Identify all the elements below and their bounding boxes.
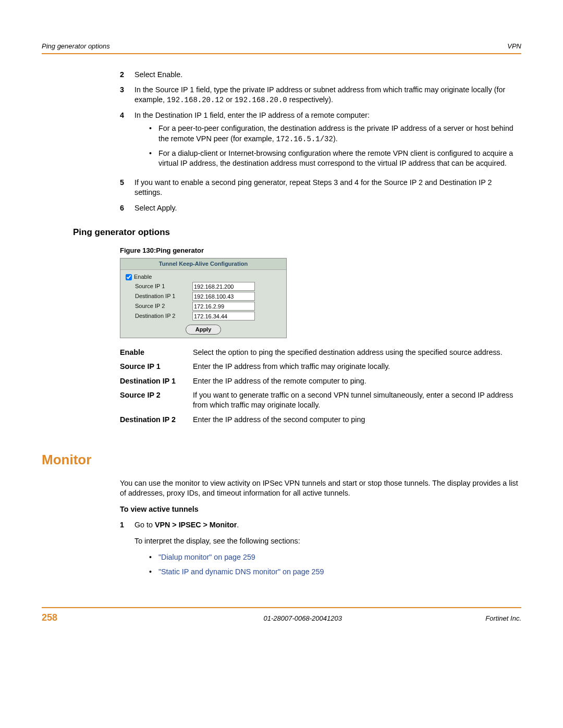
step-5: 5 If you want to enable a second ping ge… — [120, 178, 521, 198]
def-row: Destination IP 2 Enter the IP address of… — [120, 415, 521, 425]
def-term: Enable — [120, 348, 193, 357]
enable-checkbox[interactable] — [126, 274, 132, 280]
step-number: 1 — [120, 520, 134, 530]
step-text: If you want to enable a second ping gene… — [134, 178, 521, 198]
page-number: 258 — [42, 611, 120, 624]
def-desc: Select the option to ping the specified … — [193, 348, 521, 357]
step-text: In the Source IP 1 field, type the priva… — [134, 85, 521, 105]
def-row: Enable Select the option to ping the spe… — [120, 348, 521, 357]
running-head-right: VPN — [507, 42, 521, 51]
step-lead: In the Destination IP 1 field, enter the… — [134, 110, 521, 120]
company-name: Fortinet Inc. — [485, 614, 521, 623]
page-header: Ping generator options VPN — [42, 42, 521, 54]
source-ip-2-row: Source IP 2 — [126, 302, 281, 311]
goto-post: . — [237, 521, 239, 529]
bullet-item: • "Dialup monitor" on page 259 — [149, 552, 521, 562]
dest-ip-1-input[interactable] — [192, 292, 255, 301]
section-heading-monitor: Monitor — [42, 451, 521, 469]
step-text: Go to VPN > IPSEC > Monitor. To interpre… — [134, 520, 521, 581]
bullet-icon: • — [149, 149, 158, 169]
step-text: Select Apply. — [134, 203, 521, 213]
source-ip-1-input[interactable] — [192, 282, 255, 291]
page-footer: 258 01-28007-0068-20041203 Fortinet Inc. — [42, 607, 521, 624]
enable-label: Enable — [134, 273, 152, 281]
step-2: 2 Select Enable. — [120, 70, 521, 80]
document-id: 01-28007-0068-20041203 — [120, 614, 485, 623]
def-desc: Enter the IP address from which traffic … — [193, 362, 521, 372]
bullet-item: • For a peer-to-peer configuration, the … — [149, 124, 521, 144]
step-number: 6 — [120, 203, 134, 213]
def-desc: Enter the IP address of the remote compu… — [193, 376, 521, 386]
step-6: 6 Select Apply. — [120, 203, 521, 213]
dialog-title: Tunnel Keep-Alive Configuration — [120, 258, 286, 270]
interpret-line: To interpret the display, see the follow… — [134, 536, 521, 546]
step-list: 2 Select Enable. 3 In the Source IP 1 fi… — [120, 70, 521, 213]
link-list: • "Dialup monitor" on page 259 • "Static… — [149, 552, 521, 577]
bullet-icon: • — [149, 567, 158, 577]
bullet-icon: • — [149, 552, 158, 562]
step-number: 5 — [120, 178, 134, 188]
source-ip-2-input[interactable] — [192, 302, 255, 311]
running-head-left: Ping generator options — [42, 42, 110, 51]
step-number: 4 — [120, 110, 134, 120]
dialog-body: Enable Source IP 1 Destination IP 1 Sour… — [120, 270, 286, 323]
step-text: Select Enable. — [134, 70, 521, 80]
bullet-item: • For a dialup-client or Internet-browsi… — [149, 149, 521, 169]
def-term: Source IP 2 — [120, 390, 193, 400]
source-ip-1-row: Source IP 1 — [126, 282, 281, 291]
field-label: Destination IP 2 — [135, 312, 192, 320]
def-row: Source IP 1 Enter the IP address from wh… — [120, 362, 521, 372]
code-sample: 192.168.20.0 — [235, 96, 287, 104]
def-row: Destination IP 1 Enter the IP address of… — [120, 376, 521, 386]
bullet-list: • For a peer-to-peer configuration, the … — [149, 124, 521, 168]
dest-ip-2-input[interactable] — [192, 312, 255, 320]
xref-link[interactable]: "Static IP and dynamic DNS monitor" on p… — [158, 567, 324, 577]
section-heading-ping-options: Ping generator options — [73, 227, 521, 239]
tunnel-keepalive-dialog: Tunnel Keep-Alive Configuration Enable S… — [120, 258, 287, 338]
def-term: Destination IP 1 — [120, 376, 193, 386]
option-definitions: Enable Select the option to ping the spe… — [120, 348, 521, 425]
bullet-icon: • — [149, 124, 158, 144]
step-number: 2 — [120, 70, 134, 80]
xref-link[interactable]: "Dialup monitor" on page 259 — [158, 552, 255, 562]
bullet-text: For a peer-to-peer configuration, the de… — [158, 124, 521, 144]
def-desc: If you want to generate traffic on a sec… — [193, 390, 521, 411]
dest-ip-2-row: Destination IP 2 — [126, 312, 281, 320]
def-row: Source IP 2 If you want to generate traf… — [120, 390, 521, 411]
figure-block: Figure 130:Ping generator Tunnel Keep-Al… — [120, 246, 521, 425]
field-label: Source IP 1 — [135, 282, 192, 290]
code-sample: 192.168.20.12 — [167, 96, 224, 104]
step-number: 3 — [120, 85, 134, 95]
def-term: Source IP 1 — [120, 362, 193, 372]
menu-path: VPN > IPSEC > Monitor — [155, 521, 237, 529]
bullet-text: For a dialup-client or Internet-browsing… — [158, 149, 521, 169]
apply-button[interactable]: Apply — [186, 325, 222, 335]
dialog-footer: Apply — [120, 323, 286, 338]
step-4: 4 In the Destination IP 1 field, enter t… — [120, 110, 521, 172]
goto-line: Go to VPN > IPSEC > Monitor. — [134, 520, 521, 530]
field-label: Destination IP 1 — [135, 292, 192, 300]
step-3: 3 In the Source IP 1 field, type the pri… — [120, 85, 521, 105]
step-text: In the Destination IP 1 field, enter the… — [134, 110, 521, 172]
monitor-intro: You can use the monitor to view activity… — [120, 478, 521, 499]
def-desc: Enter the IP address of the second compu… — [193, 415, 521, 425]
monitor-content: You can use the monitor to view activity… — [120, 478, 521, 581]
monitor-step-1: 1 Go to VPN > IPSEC > Monitor. To interp… — [120, 520, 521, 581]
field-label: Source IP 2 — [135, 302, 192, 310]
dest-ip-1-row: Destination IP 1 — [126, 292, 281, 301]
code-sample: 172.16.5.1/32 — [276, 135, 333, 143]
enable-row: Enable — [126, 273, 281, 281]
bullet-item: • "Static IP and dynamic DNS monitor" on… — [149, 567, 521, 577]
goto-pre: Go to — [134, 521, 155, 529]
def-term: Destination IP 2 — [120, 415, 193, 425]
figure-caption: Figure 130:Ping generator — [120, 246, 521, 255]
howto-heading: To view active tunnels — [120, 504, 521, 514]
